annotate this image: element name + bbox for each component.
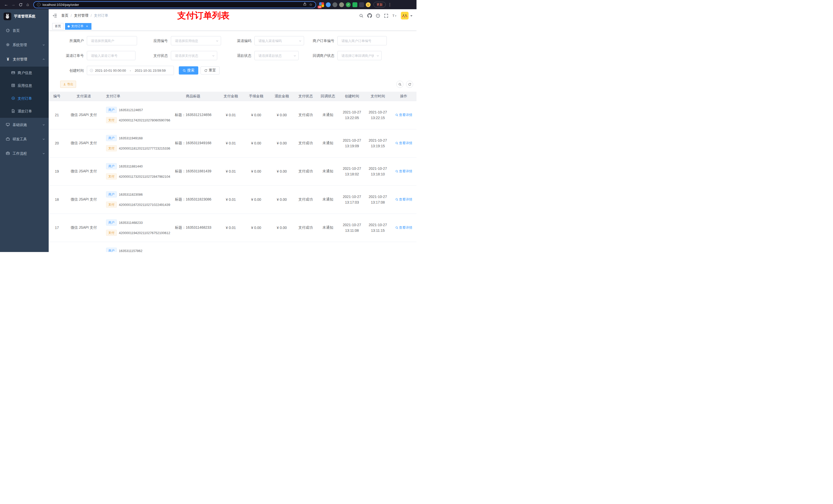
sidebar-item-pay-order[interactable]: 支付订单	[0, 92, 49, 105]
cell-amount	[218, 242, 243, 252]
fullscreen-icon[interactable]	[384, 14, 388, 18]
cell-title: 标题：1635311881439	[168, 157, 218, 186]
cell-notify: 未通知	[317, 129, 339, 157]
cell-status: 支付成功	[294, 214, 317, 242]
browser-menu-icon[interactable]: ⋮	[387, 2, 392, 7]
extension-globe-icon[interactable]	[332, 2, 337, 7]
view-detail-link[interactable]: 查看详情	[395, 113, 412, 117]
chevron-down-icon	[42, 152, 45, 156]
cell-action: 查看详情	[391, 214, 416, 242]
view-detail-link[interactable]: 查看详情	[395, 197, 412, 202]
logo-avatar	[4, 13, 11, 20]
pay-tag: 支付	[106, 201, 117, 208]
col-refund: 退款金额	[269, 92, 294, 101]
view-detail-link[interactable]: 查看详情	[395, 169, 412, 174]
cell-action: 查看详情	[391, 186, 416, 214]
close-icon[interactable]: ×	[85, 24, 89, 28]
sidebar-logo[interactable]: 芋道管理系统	[0, 9, 49, 24]
merchant-tag: 商户	[106, 163, 117, 169]
view-detail-link[interactable]: 查看详情	[395, 225, 412, 230]
app-grid-icon	[11, 83, 15, 88]
extension-smiley-icon[interactable]	[366, 2, 371, 7]
tab-home[interactable]: 首页	[52, 23, 64, 30]
merchant-order-no: 1635311468233	[119, 221, 143, 224]
cell-status: 支付成功	[294, 157, 317, 186]
cell-create-time: 2021-10-2713:17:03	[339, 186, 365, 214]
sidebar-item-devtools[interactable]: 研发工具	[0, 132, 49, 146]
extension-grid-icon[interactable]: 10	[319, 2, 324, 7]
table-row: 19 微信 JSAPI 支付 商户 1635311881440	[49, 157, 416, 186]
forward-icon[interactable]: →	[10, 1, 17, 8]
cell-fee: ¥ 0.00	[243, 157, 269, 186]
cell-pay-time: 2021-10-2713:17:08	[365, 186, 391, 214]
tags-view: 首页 支付订单 ×	[49, 22, 416, 31]
help-icon[interactable]: ?	[376, 14, 380, 18]
browser-update-button[interactable]: 更新	[374, 2, 386, 7]
toggle-search-button[interactable]	[396, 81, 403, 88]
bookmark-star-icon[interactable]: ☆	[309, 2, 312, 7]
user-menu[interactable]	[401, 12, 413, 20]
extension-check-icon[interactable]: ✓	[346, 2, 351, 7]
date-start: 2021-10-01 00:00:00	[95, 69, 126, 72]
app-id-select	[171, 36, 221, 45]
sidebar-item-system[interactable]: 系统管理	[0, 38, 49, 52]
extension-drop-icon[interactable]	[326, 2, 331, 7]
chevron-up-icon	[42, 57, 45, 62]
refund-doc-icon	[11, 109, 15, 114]
search-button[interactable]: 搜索	[179, 66, 198, 74]
extension-square-icon[interactable]	[353, 2, 357, 7]
sidebar-item-merchant-info[interactable]: 商户信息	[0, 67, 49, 79]
site-info-icon[interactable]: i	[37, 3, 41, 6]
app-shell: 芋道管理系统 首页 系统管理 ¥ 支付管理	[0, 9, 416, 252]
sidebar: 芋道管理系统 首页 系统管理 ¥ 支付管理	[0, 9, 49, 252]
table-row: 20 微信 JSAPI 支付 商户 1635311949168	[49, 129, 416, 157]
cell-amount: ¥ 0.01	[218, 129, 243, 157]
col-action: 操作	[391, 92, 416, 101]
extension-circle-icon[interactable]	[339, 2, 344, 7]
filter-row-3: 创建时间 2021-10-01 00:00:00 - 2021-10-31 23…	[49, 66, 416, 75]
github-icon[interactable]	[367, 13, 372, 18]
create-time-range-picker[interactable]: 2021-10-01 00:00:00 - 2021-10-31 23:59:5…	[87, 66, 174, 75]
reset-button[interactable]: 重置	[200, 66, 219, 74]
cell-fee: ¥ 0.00	[243, 129, 269, 157]
address-bar[interactable]: i localhost:1024/pay/order ☆	[33, 1, 316, 8]
browser-chrome: ← → ⌂ i localhost:1024/pay/order ☆ 10 ✓	[0, 0, 416, 9]
channel-order-no-input	[87, 51, 136, 60]
sidebar-item-home[interactable]: 首页	[0, 24, 49, 38]
share-icon[interactable]	[303, 2, 307, 7]
reload-icon[interactable]	[17, 1, 24, 8]
refresh-button[interactable]	[406, 81, 413, 88]
chevron-down-icon	[42, 123, 45, 127]
search-icon[interactable]	[359, 14, 363, 18]
cell-id: 17	[49, 214, 65, 242]
sidebar-item-refund-order[interactable]: 退款订单	[0, 105, 49, 118]
home-icon[interactable]: ⌂	[24, 1, 31, 8]
cell-amount: ¥ 0.01	[218, 186, 243, 214]
sidebar-item-app-info[interactable]: 应用信息	[0, 79, 49, 92]
breadcrumb-home[interactable]: 首页	[61, 13, 68, 18]
col-pay-time: 支付时间	[365, 92, 391, 101]
cell-pay-time: 2021-10-2713:22:15	[365, 101, 391, 129]
cell-create-time: 2021-10-2713:19:09	[339, 129, 365, 157]
hamburger-icon[interactable]	[52, 13, 57, 18]
sidebar-item-infra[interactable]: 基础设施	[0, 118, 49, 132]
cell-amount: ¥ 0.01	[218, 214, 243, 242]
main-area: 首页 / 支付管理 / 支付订单 支付订单列表 ? TT	[49, 9, 416, 252]
breadcrumb-section[interactable]: 支付管理	[74, 13, 88, 18]
font-size-icon[interactable]: TT	[392, 14, 397, 18]
breadcrumb-current: 支付订单	[94, 13, 109, 18]
export-button[interactable]: 导出	[60, 81, 76, 88]
sidebar-item-workflow[interactable]: 工作流程	[0, 146, 49, 161]
svg-text:T: T	[392, 14, 395, 18]
svg-text:T: T	[395, 15, 397, 18]
cell-refund: ¥ 0.00	[269, 214, 294, 242]
col-id: 编号	[49, 92, 65, 101]
back-icon[interactable]: ←	[3, 1, 10, 8]
view-detail-link[interactable]: 查看详情	[395, 141, 412, 145]
extension-dark-icon[interactable]	[359, 2, 364, 7]
cell-id: 19	[49, 157, 65, 186]
tab-pay-order[interactable]: 支付订单 ×	[65, 23, 91, 30]
pay-tag: 支付	[106, 173, 117, 179]
pay-order-no: 4200001167202110271022491439	[119, 203, 170, 207]
sidebar-item-payment[interactable]: ¥ 支付管理	[0, 52, 49, 67]
